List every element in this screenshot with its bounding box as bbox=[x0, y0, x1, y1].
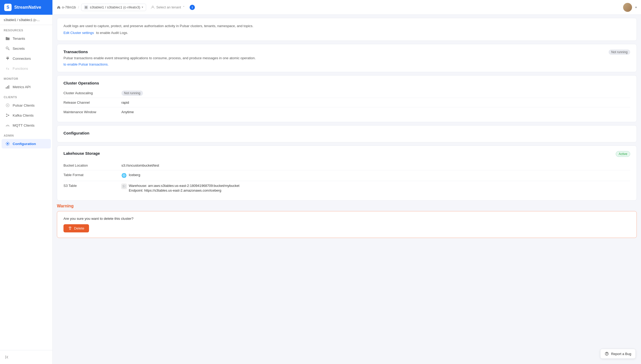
s3-table-label: S3 Table bbox=[63, 184, 121, 188]
svg-rect-11 bbox=[6, 114, 7, 115]
chart-icon bbox=[5, 84, 10, 89]
svg-rect-8 bbox=[8, 85, 9, 89]
bucket-location-row: Bucket Location s3://sncustombucket/test bbox=[63, 161, 630, 170]
table-format-name: Iceberg bbox=[129, 173, 140, 177]
bottom-spacer bbox=[53, 241, 641, 257]
warning-title: Warning bbox=[57, 204, 637, 208]
autoscaling-label: Cluster Autoscaling bbox=[63, 91, 121, 95]
svg-rect-7 bbox=[7, 86, 8, 89]
s3-table-endpoint: Endpoint: https://s3tables.us-east-2.ama… bbox=[129, 188, 239, 192]
svg-point-20 bbox=[152, 6, 154, 7]
audit-log-card: Audit logs are used to capture, protect,… bbox=[57, 18, 637, 41]
s3-table-icon bbox=[121, 184, 127, 189]
svg-rect-1 bbox=[7, 57, 7, 58]
cluster-operations-card: Cluster Operations Cluster Autoscaling N… bbox=[57, 75, 637, 122]
sidebar-item-pulsar-clients[interactable]: Pulsar Clients bbox=[2, 101, 51, 110]
transactions-badge: Not running bbox=[609, 49, 630, 55]
bucket-location-value: s3://sncustombucket/test bbox=[121, 163, 159, 167]
fx-icon: fx bbox=[5, 66, 10, 71]
sidebar-cluster: s3tablei1 / s3tablec1 (c-... bbox=[0, 15, 52, 25]
sidebar-metrics-api-label: Metrics API bbox=[13, 85, 31, 89]
lakehouse-header: Lakehouse Storage Active bbox=[63, 151, 630, 157]
sidebar-functions-label: Functions bbox=[13, 67, 28, 71]
kafka-icon bbox=[5, 113, 10, 118]
topbar-tenant-selector[interactable]: Select an tenant ⌃ bbox=[148, 4, 188, 11]
topbar-home[interactable]: o-78m1b bbox=[57, 5, 76, 9]
sidebar-item-tenants[interactable]: Tenants bbox=[2, 34, 51, 43]
configuration-title: Configuration bbox=[63, 131, 630, 135]
sidebar-item-kafka-clients[interactable]: Kafka Clients bbox=[2, 111, 51, 120]
warning-text: Are you sure you want to delete this clu… bbox=[63, 217, 630, 221]
collapse-sidebar-button[interactable] bbox=[2, 353, 51, 361]
topbar-cluster-selector[interactable]: s3tablei1 / s3tablec1 (c-nfeatx3) ▾ bbox=[81, 4, 146, 11]
sidebar-mqtt-clients-label: MQTT Clients bbox=[13, 123, 34, 127]
delete-btn-label: Delete bbox=[74, 226, 84, 230]
topbar-tenant-label: Select an tenant bbox=[156, 5, 181, 9]
sidebar-cluster-name: s3tablei1 / s3tablec1 (c-... bbox=[4, 18, 40, 22]
report-bug-button[interactable]: Report a Bug bbox=[600, 349, 636, 359]
sidebar-item-mqtt-clients[interactable]: MQTT Clients bbox=[2, 121, 51, 130]
main-content: Audit logs are used to capture, protect,… bbox=[53, 15, 641, 364]
cluster-operations-title: Cluster Operations bbox=[63, 81, 630, 85]
autoscaling-row: Cluster Autoscaling Not running bbox=[63, 88, 630, 98]
enable-transactions-link[interactable]: to enable Pulsar transactions. bbox=[63, 62, 109, 66]
warning-section: Warning Are you sure you want to delete … bbox=[57, 204, 637, 238]
mqtt-icon bbox=[5, 123, 10, 128]
svg-point-17 bbox=[7, 143, 8, 144]
info-icon[interactable]: i bbox=[190, 5, 195, 10]
admin-section-label: Admin bbox=[0, 130, 52, 139]
sidebar-footer bbox=[0, 350, 52, 364]
app-brand: StreamNative bbox=[14, 5, 41, 10]
sidebar-tenants-label: Tenants bbox=[13, 37, 25, 41]
lakehouse-storage-card: Lakehouse Storage Active Bucket Location… bbox=[57, 146, 637, 201]
folder-icon bbox=[5, 36, 10, 41]
svg-line-14 bbox=[7, 114, 9, 115]
delete-cluster-button[interactable]: Delete bbox=[63, 224, 89, 232]
release-channel-row: Release Channel rapid bbox=[63, 98, 630, 107]
resources-section-label: Resources bbox=[0, 25, 52, 33]
svg-rect-19 bbox=[85, 6, 87, 8]
pulsar-icon bbox=[5, 103, 10, 108]
sidebar-item-metrics-api[interactable]: Metrics API bbox=[2, 82, 51, 92]
avatar-chevron-icon[interactable]: ▾ bbox=[635, 6, 637, 9]
cluster-icon bbox=[84, 5, 88, 9]
breadcrumb-divider: / bbox=[78, 5, 79, 9]
sidebar-pulsar-clients-label: Pulsar Clients bbox=[13, 103, 34, 107]
warning-box: Are you sure you want to delete this clu… bbox=[57, 211, 637, 238]
audit-log-description: Audit logs are used to capture, protect,… bbox=[63, 23, 630, 29]
sidebar-connectors-label: Connectors bbox=[13, 57, 31, 61]
svg-text:fx: fx bbox=[6, 67, 9, 71]
bucket-location-label: Bucket Location bbox=[63, 163, 121, 167]
sidebar-item-secrets[interactable]: Secrets bbox=[2, 44, 51, 53]
user-avatar[interactable] bbox=[623, 3, 632, 12]
topbar: o-78m1b / s3tablei1 / s3tablec1 (c-nfeat… bbox=[53, 0, 641, 15]
sidebar-kafka-clients-label: Kafka Clients bbox=[13, 113, 34, 117]
cluster-ops-table: Cluster Autoscaling Not running Release … bbox=[63, 88, 630, 117]
sidebar-item-functions: fx Functions bbox=[2, 64, 51, 73]
sidebar-item-connectors[interactable]: Connectors bbox=[2, 54, 51, 63]
svg-rect-21 bbox=[122, 185, 126, 188]
svg-rect-6 bbox=[6, 87, 7, 89]
svg-rect-2 bbox=[8, 57, 8, 58]
tenant-chevron-icon: ⌃ bbox=[183, 6, 185, 9]
autoscaling-badge: Not running bbox=[121, 91, 143, 96]
s3-table-value: Warehouse: arn:aws:s3tables:us-east-2:18… bbox=[121, 184, 239, 192]
topbar-home-label: o-78m1b bbox=[62, 5, 76, 9]
table-format-row: Table Format 🌐 Iceberg bbox=[63, 170, 630, 181]
app-logo: S bbox=[4, 4, 12, 11]
maintenance-window-row: Maintenance Window Anytime bbox=[63, 107, 630, 117]
maintenance-window-label: Maintenance Window bbox=[63, 110, 121, 114]
edit-cluster-settings-link[interactable]: Edit Cluster settings bbox=[63, 31, 94, 35]
sidebar: S StreamNative s3tablei1 / s3tablec1 (c-… bbox=[0, 0, 53, 364]
transactions-description: Pulsar transactions enable event streami… bbox=[63, 56, 256, 61]
svg-point-10 bbox=[7, 105, 8, 106]
sidebar-item-configuration[interactable]: Configuration bbox=[2, 139, 51, 148]
monitor-section-label: Monitor bbox=[0, 73, 52, 82]
topbar-breadcrumb: o-78m1b / s3tablei1 / s3tablec1 (c-nfeat… bbox=[57, 4, 195, 11]
release-channel-label: Release Channel bbox=[63, 101, 121, 104]
svg-rect-4 bbox=[7, 59, 8, 60]
report-bug-label: Report a Bug bbox=[611, 352, 631, 356]
svg-rect-13 bbox=[6, 116, 7, 117]
iceberg-globe-icon: 🌐 bbox=[121, 173, 127, 178]
clients-section-label: Clients bbox=[0, 92, 52, 100]
